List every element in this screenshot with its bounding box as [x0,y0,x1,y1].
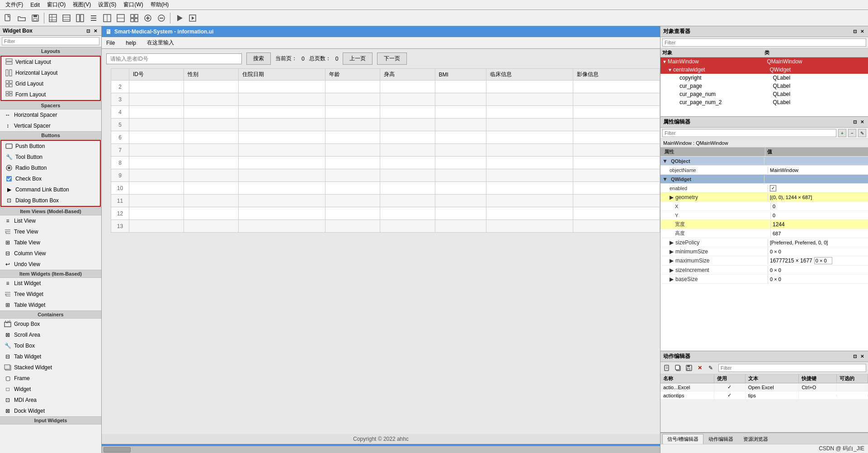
prop-y-val[interactable]: 0 [771,212,868,219]
prop-objectname-val[interactable]: MainWindow [768,167,868,174]
table-cell[interactable] [486,220,573,233]
table-cell[interactable] [486,182,573,195]
widget-stacked-widget[interactable]: Stacked Widget [0,362,101,373]
menu-view[interactable]: 视图(V) [69,0,94,10]
menu-file[interactable]: 文件(F) [2,0,27,10]
expand-centralwidget[interactable]: ▼ [668,67,673,72]
menu-window2[interactable]: 窗口(W) [120,0,146,10]
table-row[interactable]: 7 [111,144,660,157]
next-page-button[interactable]: 下一页 [377,52,407,65]
table-cell[interactable] [380,106,435,119]
canvas-scrollbar-h[interactable] [102,446,660,453]
widget-undo-view[interactable]: ↩ Undo View [0,259,101,270]
obj-row-centralwidget[interactable]: ▼ centralwidget QWidget [660,66,868,74]
widget-tool-box[interactable]: 🔧 Tool Box [0,340,101,351]
table-cell[interactable] [435,182,486,195]
action-copy-btn[interactable] [673,363,683,373]
toolbar-btn-10[interactable] [173,12,185,24]
toolbar-btn-2[interactable] [60,12,73,24]
widget-frame[interactable]: ▢ Frame [0,373,101,384]
widget-vertical-layout[interactable]: Vertical Layout [1,57,100,67]
tab-action-editor[interactable]: 动作编辑器 [703,434,738,444]
table-cell[interactable] [380,207,435,220]
action-row-1[interactable]: actiontips ✓ tips [660,391,868,400]
widget-tree-widget[interactable]: Tree Widget [0,289,101,300]
menu-settings[interactable]: 设置(S) [94,0,120,10]
table-cell[interactable] [380,220,435,233]
widget-list-view[interactable]: ≡ List View [0,215,101,226]
prop-sizeincrement-val[interactable]: 0 × 0 [768,267,868,274]
table-cell[interactable] [184,131,239,144]
widget-group-box[interactable]: Group Group Box [0,319,101,329]
toolbar-btn-5[interactable] [101,12,113,24]
table-cell[interactable] [573,207,660,220]
toolbar-open[interactable] [15,12,28,24]
table-cell[interactable] [129,131,184,144]
prop-enabled-val[interactable]: ✓ [768,184,868,192]
table-cell[interactable] [184,93,239,106]
table-cell[interactable] [573,182,660,195]
table-cell[interactable] [486,119,573,131]
table-row[interactable]: 12 [111,207,660,220]
table-cell[interactable] [239,169,326,182]
toolbar-btn-6[interactable] [114,12,127,24]
widget-tab-widget[interactable]: ⊟ Tab Widget [0,351,101,362]
table-row[interactable]: 13 [111,220,660,233]
table-cell[interactable] [435,144,486,157]
prop-x-val[interactable]: 0 [771,203,868,210]
table-cell[interactable] [380,144,435,157]
table-cell[interactable] [326,131,380,144]
table-cell[interactable] [435,157,486,169]
obj-row-cur-page[interactable]: cur_page QLabel [660,82,868,90]
table-cell[interactable] [326,119,380,131]
menu-edit[interactable]: Edit [27,1,43,9]
table-cell[interactable] [129,106,184,119]
widget-vertical-spacer[interactable]: ↕ Vertical Spacer [0,120,101,131]
table-cell[interactable] [435,169,486,182]
action-row-0[interactable]: actio...Excel ✓ Open Excel Ctrl+O [660,383,868,391]
table-cell[interactable] [129,195,184,207]
table-cell[interactable] [435,195,486,207]
toolbar-btn-4[interactable] [87,12,100,24]
prop-restore-btn[interactable]: ⊡ [852,119,858,125]
table-cell[interactable] [184,220,239,233]
toolbar-btn-1[interactable] [47,12,59,24]
tab-signal-slot[interactable]: 信号/槽编辑器 [662,434,703,444]
table-cell[interactable] [435,131,486,144]
table-cell[interactable] [573,169,660,182]
widget-push-button[interactable]: Push Button [1,141,100,152]
table-cell[interactable] [326,106,380,119]
menu-help[interactable]: 帮助(H) [147,0,173,10]
widget-widget[interactable]: □ Widget [0,384,101,395]
toolbar-btn-7[interactable] [128,12,141,24]
scrollbar-thumb[interactable] [104,447,131,453]
table-cell[interactable] [486,169,573,182]
prop-height-val[interactable]: 687 [771,230,868,237]
table-cell[interactable] [129,157,184,169]
table-cell[interactable] [129,93,184,106]
table-cell[interactable] [380,157,435,169]
table-cell[interactable] [326,195,380,207]
table-cell[interactable] [184,157,239,169]
toolbar-btn-9[interactable] [155,12,168,24]
table-cell[interactable] [129,81,184,93]
prop-add-btn[interactable]: + [838,129,846,137]
table-cell[interactable] [326,144,380,157]
table-cell[interactable] [573,220,660,233]
enabled-checkbox[interactable]: ✓ [770,185,776,191]
table-cell[interactable] [435,93,486,106]
table-cell[interactable] [486,93,573,106]
canvas-menu-help[interactable]: help [124,39,138,47]
table-cell[interactable] [239,81,326,93]
widget-table-widget[interactable]: ⊞ Table Widget [0,300,101,310]
widget-radio-button[interactable]: Radio Button [1,162,100,173]
obj-filter-input[interactable] [662,38,866,47]
patient-id-input[interactable] [106,53,242,64]
prop-remove-btn[interactable]: − [848,129,856,137]
tab-resource-browser[interactable]: 资源浏览器 [738,434,773,444]
table-cell[interactable] [486,144,573,157]
prop-width-val[interactable]: 1244 [771,220,868,229]
toolbar-new[interactable] [2,12,14,24]
widget-check-box[interactable]: Check Box [1,173,100,184]
table-cell[interactable] [326,157,380,169]
